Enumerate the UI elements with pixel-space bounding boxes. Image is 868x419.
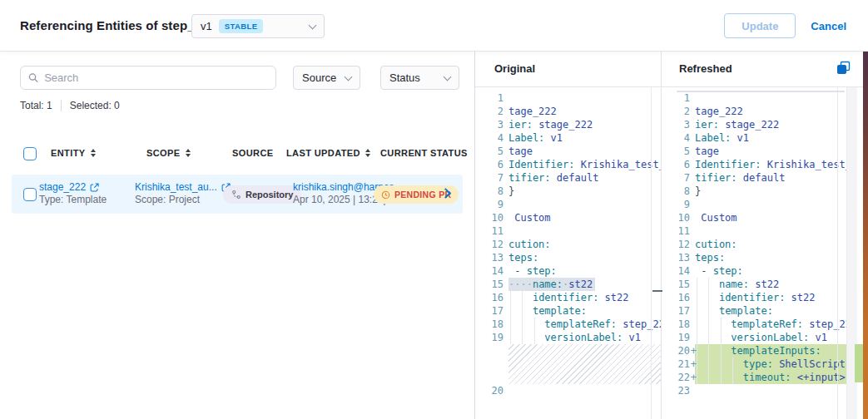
code-line: 23: [662, 384, 846, 397]
code-line: 3ier: stage_222: [662, 118, 846, 131]
code-line: 14 - step:: [475, 264, 661, 278]
search-icon: [28, 72, 38, 83]
top-header: Referencing Entities of step_222 v1 STAB…: [0, 0, 868, 52]
code-line: 17 template:: [475, 304, 661, 318]
external-link-icon: [90, 183, 99, 192]
code-line: 19 versionLabel: v1: [475, 331, 661, 344]
pane-divider: [661, 52, 662, 419]
chevron-down-icon: [309, 21, 317, 29]
code-line: 15 name: st22: [662, 278, 846, 291]
chevron-down-icon: [345, 72, 353, 81]
status-filter-label: Status: [389, 71, 420, 84]
entity-type: Type: Template: [39, 194, 107, 206]
search-input[interactable]: [44, 71, 268, 84]
code-line: 6Identifier: Krishika_test_aut: [475, 158, 661, 171]
code-line: 15····name:·st22: [475, 278, 661, 291]
column-entity[interactable]: ENTITY: [51, 148, 96, 158]
entity-cell: stage_222 Type: Template: [39, 181, 107, 206]
status-filter[interactable]: Status: [380, 66, 459, 90]
code-line: 2tage_222: [475, 105, 661, 118]
code-line: 11: [662, 224, 846, 238]
code-line: 3ier: stage_222: [475, 118, 661, 131]
source-filter-label: Source: [302, 71, 336, 84]
diff-change-marker: [652, 290, 662, 292]
code-line: 2tage_222: [662, 105, 846, 118]
version-label: v1: [201, 20, 212, 32]
page-title: Referencing Entities of step_222: [20, 18, 216, 32]
code-line: 5tage: [662, 145, 846, 158]
code-line: 20+ templateInputs:: [662, 344, 846, 357]
entity-link[interactable]: stage_222: [39, 181, 107, 194]
table-header: ENTITY SCOPE SOURCE LAST UPDATED CURRENT…: [0, 143, 474, 166]
original-code-editor[interactable]: 12tage_2223ier: stage_2224Label: v15tage…: [475, 87, 661, 419]
diff-header: Original Refreshed: [475, 52, 863, 87]
code-line: 12cution:: [662, 238, 846, 251]
background-gradient-edge: [863, 52, 868, 419]
entities-panel: Source Status Total: 1 Selected: 0 ENTIT…: [0, 52, 474, 419]
git-branch-icon: [231, 190, 241, 200]
code-line: 10 Custom: [475, 211, 661, 224]
column-current-status: CURRENT STATUS: [380, 148, 468, 158]
code-line: 9: [475, 198, 661, 211]
code-line: 8}: [662, 185, 846, 198]
divider: [61, 100, 62, 111]
column-scope[interactable]: SCOPE: [146, 148, 191, 158]
code-line: 14 - step:: [662, 264, 846, 278]
horizontal-scrollbar[interactable]: [677, 91, 845, 92]
search-box[interactable]: [20, 66, 276, 90]
copy-icon: [836, 61, 851, 75]
diff-panel: Original Refreshed 12tage_2223ier: stage…: [474, 52, 868, 419]
original-overflow-guard: [651, 87, 652, 419]
table-row[interactable]: stage_222 Type: Template Krishika_test_a…: [12, 175, 463, 214]
refreshed-pane-title: Refreshed: [679, 62, 732, 75]
refreshed-overflow-guard: [837, 87, 838, 419]
scope-cell: Krishika_test_au... Scope: Project: [135, 181, 231, 206]
column-last-updated[interactable]: LAST UPDATED: [286, 148, 370, 158]
source-badge: Repository: [223, 185, 301, 204]
code-line: 13teps:: [662, 251, 846, 264]
code-line: 8}: [475, 185, 661, 198]
referencing-entities-screen: Referencing Entities of step_222 v1 STAB…: [0, 0, 868, 419]
overview-added-marker: [855, 344, 863, 382]
code-line: 9: [662, 198, 846, 211]
code-line: 4Label: v1: [662, 131, 846, 145]
code-line: 5tage: [475, 145, 661, 158]
code-line: 7tifier: default: [475, 171, 661, 185]
code-line: 19 versionLabel: v1: [662, 331, 846, 344]
copy-button[interactable]: [835, 61, 851, 77]
header-actions: Update Cancel: [724, 13, 846, 38]
column-source: SOURCE: [232, 148, 273, 158]
diff-collapsed-region: [508, 344, 661, 384]
original-pane-title: Original: [494, 62, 535, 75]
code-line: 22+ timeout: <+input>: [662, 371, 846, 384]
code-line: 1: [475, 91, 661, 105]
refreshed-code-editor[interactable]: 12tage_2223ier: stage_2224Label: v15tage…: [662, 87, 846, 419]
code-line: 7tifier: default: [662, 171, 846, 185]
total-count: Total: 1: [20, 100, 52, 111]
source-filter[interactable]: Source: [293, 66, 360, 90]
sort-icon: [365, 149, 370, 157]
cancel-button[interactable]: Cancel: [811, 20, 846, 32]
result-counts: Total: 1 Selected: 0: [20, 100, 120, 111]
clock-icon: [381, 190, 390, 200]
row-checkbox[interactable]: [23, 188, 37, 201]
version-select[interactable]: v1 STABLE: [191, 14, 325, 38]
selected-count: Selected: 0: [70, 100, 120, 111]
code-line: 18 templateRef: step_222: [475, 318, 661, 331]
code-line: 16 identifier: st22: [662, 291, 846, 304]
sort-icon: [91, 149, 96, 157]
code-line: 16 identifier: st22: [475, 291, 661, 304]
code-line: 12cution:: [475, 238, 661, 251]
code-line: 4Label: v1: [475, 131, 661, 145]
scope-sub: Scope: Project: [135, 194, 231, 206]
code-line: 6Identifier: Krishika_test_aut: [662, 158, 846, 171]
code-line: 1: [662, 91, 846, 105]
code-line: 13teps:: [475, 251, 661, 264]
code-line: 20: [475, 384, 661, 397]
update-button[interactable]: Update: [724, 13, 796, 38]
code-line: 10 Custom: [662, 211, 846, 224]
chevron-down-icon: [444, 72, 452, 81]
scope-link[interactable]: Krishika_test_au...: [135, 181, 231, 194]
code-line: 18 templateRef: step_222: [662, 318, 846, 331]
code-line: 17 template:: [662, 304, 846, 318]
